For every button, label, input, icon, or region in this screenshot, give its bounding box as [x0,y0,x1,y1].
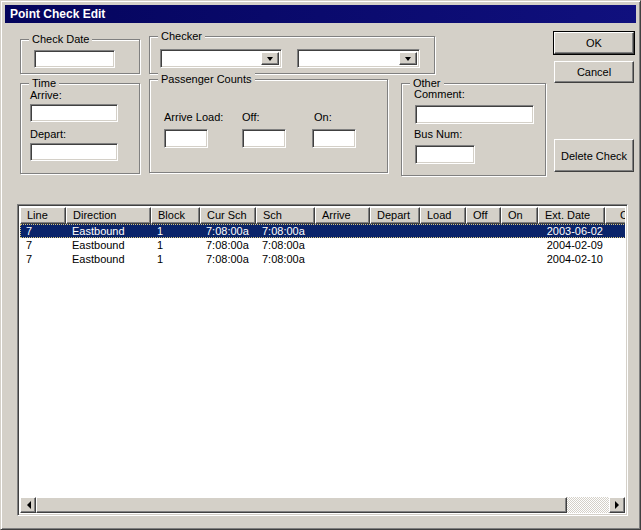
table-row[interactable]: 7Eastbound17:08:00a7:08:00a2004-02-10 [20,252,625,266]
passenger-counts-group-label: Passenger Counts [158,73,255,86]
arrive-load-label: Arrive Load: [164,111,223,123]
table-cell [420,252,466,266]
column-header-depart[interactable]: Depart [370,207,420,224]
depart-label: Depart: [30,128,66,140]
listview-rows: 7Eastbound17:08:00a7:08:00a2003-06-027Ea… [20,224,625,266]
table-cell [605,252,625,266]
checker-combo-2-dropdown-button[interactable] [399,52,417,65]
table-cell [370,224,420,238]
column-header-arrive[interactable]: Arrive [315,207,370,224]
table-cell [501,252,538,266]
window-title: Point Check Edit [10,7,105,21]
checker-group: Checker [149,36,435,74]
column-header-block[interactable]: Block [151,207,200,224]
table-cell [466,238,501,252]
table-cell [315,252,370,266]
checks-listview-content: LineDirectionBlockCur SchSchArriveDepart… [20,207,625,513]
check-date-group: Check Date [20,39,140,74]
column-header-cur-sch[interactable]: Cur Sch [200,207,256,224]
arrive-time-input[interactable] [30,104,118,122]
chevron-down-icon [267,57,273,64]
table-cell: Eastbound [66,238,151,252]
table-cell: 1 [151,252,200,266]
table-row[interactable]: 7Eastbound17:08:00a7:08:00a2004-02-09 [20,238,625,252]
off-label: Off: [242,111,260,123]
table-cell: 7:08:00a [256,224,315,238]
table-cell [466,224,501,238]
table-cell: 1 [151,224,200,238]
table-cell [466,252,501,266]
table-cell [370,252,420,266]
table-cell: 7 [20,238,66,252]
checker-combo-1[interactable] [160,49,282,68]
bus-num-input[interactable] [415,145,475,164]
table-cell: 7:08:00a [200,224,256,238]
table-cell: 7:08:00a [256,252,315,266]
table-cell [420,238,466,252]
scroll-left-button[interactable] [20,497,36,513]
table-cell [605,238,625,252]
chevron-down-icon [405,57,411,64]
on-input[interactable] [312,129,356,148]
check-date-input[interactable] [34,50,115,68]
arrow-right-icon [615,501,623,509]
table-cell [370,238,420,252]
passenger-counts-group: Passenger Counts Arrive Load: Off: On: [149,79,388,173]
listview-header: LineDirectionBlockCur SchSchArriveDepart… [20,207,625,224]
arrive-label: Arrive: [30,89,62,101]
table-cell: 7:08:00a [200,252,256,266]
checker-combo-1-dropdown-button[interactable] [261,52,279,65]
scrollbar-track[interactable] [567,497,609,513]
column-header-ext-date[interactable]: Ext. Date [538,207,605,224]
time-group: Time Arrive: Depart: [20,83,140,174]
off-input[interactable] [242,129,286,148]
depart-time-input[interactable] [30,143,118,161]
comment-label: Comment: [414,88,465,100]
point-check-edit-dialog: Point Check Edit Check Date Checker Time… [0,0,641,530]
table-cell: 7:08:00a [200,238,256,252]
table-cell: 2004-02-09 [538,238,605,252]
comment-input[interactable] [415,105,534,124]
arrow-left-icon [23,501,31,509]
check-date-group-label: Check Date [29,33,92,46]
table-cell: 1 [151,238,200,252]
column-header-load[interactable]: Load [420,207,466,224]
table-cell: 2003-06-02 [538,224,605,238]
scrollbar-thumb[interactable] [36,497,567,513]
delete-check-button[interactable]: Delete Check [554,139,634,172]
table-cell: 7 [20,252,66,266]
table-cell: 7:08:00a [256,238,315,252]
table-cell: 2004-02-10 [538,252,605,266]
ok-button[interactable]: OK [554,32,634,54]
column-header-c[interactable]: C [605,207,625,224]
table-cell [605,224,625,238]
column-header-on[interactable]: On [501,207,538,224]
table-cell [315,238,370,252]
table-cell: Eastbound [66,224,151,238]
bus-num-label: Bus Num: [414,128,462,140]
table-row[interactable]: 7Eastbound17:08:00a7:08:00a2003-06-02 [20,224,625,238]
on-label: On: [314,111,332,123]
arrive-load-input[interactable] [164,129,208,148]
column-header-line[interactable]: Line [20,207,66,224]
title-bar[interactable]: Point Check Edit [5,5,636,23]
cancel-button[interactable]: Cancel [554,61,634,83]
table-cell [501,224,538,238]
horizontal-scrollbar[interactable] [20,497,625,513]
other-group: Other Comment: Bus Num: [401,83,546,176]
checker-group-label: Checker [158,30,205,43]
column-header-off[interactable]: Off [466,207,501,224]
table-cell [315,224,370,238]
checks-listview[interactable]: LineDirectionBlockCur SchSchArriveDepart… [17,204,628,516]
checker-combo-2[interactable] [297,49,420,68]
scroll-right-button[interactable] [609,497,625,513]
table-cell: Eastbound [66,252,151,266]
table-cell [501,238,538,252]
table-cell: 7 [20,224,66,238]
column-header-direction[interactable]: Direction [66,207,151,224]
column-header-sch[interactable]: Sch [256,207,315,224]
table-cell [420,224,466,238]
